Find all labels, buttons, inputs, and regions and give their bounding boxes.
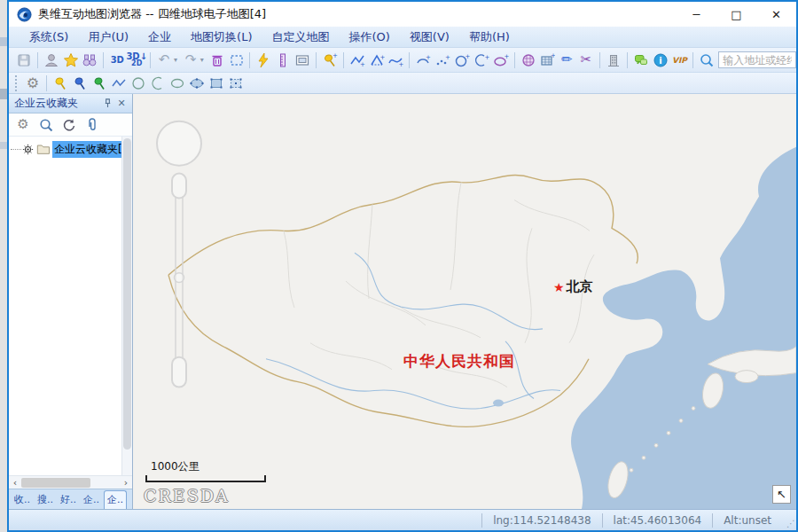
panel-search-icon[interactable] — [37, 116, 55, 134]
arc-outline-icon[interactable] — [148, 74, 168, 93]
menu-help[interactable]: 帮助(H) — [459, 27, 520, 47]
info-icon[interactable]: i — [651, 51, 670, 70]
hscroll-thumb[interactable] — [21, 478, 90, 488]
paperclip-icon[interactable] — [83, 116, 101, 134]
panel-close-icon[interactable]: ✕ — [114, 97, 129, 111]
status-bar: lng:114.52148438 lat:45.46013064 Alt:uns… — [9, 509, 796, 530]
add-arc-icon[interactable]: + — [413, 51, 433, 70]
panel-toolbar: ⚙ — [9, 113, 132, 137]
panel-horizontal-scrollbar[interactable]: ‹ › — [9, 475, 132, 489]
app-window: 奥维互动地图浏览器 -- 四维地球电子地图[4] ─ □ ✕ 系统(S) 用户(… — [7, 0, 798, 532]
redo-icon[interactable]: ↷ — [181, 51, 200, 70]
undo-dropdown-arrow[interactable]: ▾ — [174, 56, 181, 64]
vscroll-thumb[interactable] — [123, 138, 131, 450]
svg-text:+: + — [551, 52, 555, 59]
fullscreen-corner-button[interactable]: ↖ — [772, 485, 791, 504]
search-icon[interactable] — [697, 51, 716, 70]
pin-dock-icon[interactable] — [100, 97, 114, 111]
hscroll-left-arrow[interactable]: ‹ — [9, 477, 21, 489]
mesh-rect-icon[interactable]: + — [537, 51, 557, 70]
pencil-draw-icon[interactable]: ✏ — [557, 51, 576, 70]
blue-pin-icon[interactable] — [70, 74, 90, 93]
address-search-input[interactable] — [718, 51, 796, 68]
marquee-select-icon[interactable] — [227, 51, 246, 70]
map-viewport[interactable]: ★ 北京 中华人民共和国 1000公里 CRESDA ↖ — [133, 94, 796, 509]
toggle-3d-2d-bottom: 2D — [126, 60, 147, 66]
menu-view[interactable]: 视图(V) — [400, 27, 459, 47]
circle-outline-icon[interactable] — [129, 74, 148, 93]
country-label: 中华人民共和国 — [403, 351, 515, 372]
toggle-3d-2d-button[interactable]: 3D↓ 2D — [127, 51, 146, 70]
chat-messages-icon[interactable] — [631, 51, 651, 70]
minimize-button[interactable]: ─ — [677, 2, 716, 27]
mesh-circle-icon[interactable] — [519, 51, 538, 70]
panel-vertical-scrollbar[interactable] — [121, 137, 132, 475]
close-button[interactable]: ✕ — [756, 2, 796, 27]
panel-title: 企业云收藏夹 — [14, 96, 100, 111]
menu-system[interactable]: 系统(S) — [20, 27, 78, 47]
sea-region — [571, 147, 796, 509]
building-icon[interactable] — [604, 51, 623, 70]
tab-favorites[interactable]: 收.. — [12, 491, 33, 509]
ruler-measure-icon[interactable] — [273, 51, 293, 70]
menu-user[interactable]: 用户(U) — [78, 27, 138, 47]
scissors-icon[interactable]: ✂ — [576, 51, 596, 70]
filled-rect-icon[interactable] — [207, 74, 226, 93]
filled-ellipse-icon[interactable] — [187, 74, 207, 93]
view-3d-button[interactable]: 3D — [107, 51, 127, 70]
city-marker-beijing: ★ 北京 — [553, 278, 593, 295]
favorite-star-icon[interactable] — [61, 51, 81, 70]
save-icon[interactable] — [14, 51, 34, 70]
menu-custom-map[interactable]: 自定义地图 — [262, 27, 339, 47]
tab-search[interactable]: 搜.. — [35, 491, 56, 509]
svg-text:+: + — [445, 54, 450, 61]
hscroll-right-arrow[interactable]: › — [120, 477, 132, 489]
yellow-pin-icon[interactable] — [51, 74, 70, 93]
tree-item-label[interactable]: 企业云收藏夹[ — [52, 141, 124, 158]
maximize-button[interactable]: □ — [716, 2, 756, 27]
gear-icon[interactable]: ⚙ — [23, 74, 43, 93]
scale-bar: 1000公里 — [145, 459, 266, 482]
binoculars-search-icon[interactable] — [81, 51, 100, 70]
svg-text:+: + — [379, 54, 385, 61]
add-curve-icon[interactable]: + — [387, 51, 406, 70]
delete-trash-icon[interactable] — [207, 51, 227, 70]
desktop-background-sliver — [0, 0, 7, 532]
resize-grip[interactable]: ⋰ — [782, 510, 796, 530]
refresh-icon[interactable] — [60, 116, 78, 134]
redo-dropdown-arrow[interactable]: ▾ — [200, 56, 207, 64]
toolbar-grip-handle[interactable] — [15, 75, 20, 91]
tree-item-root[interactable]: 企业云收藏夹[ — [9, 140, 132, 158]
add-placemark-icon[interactable]: + — [320, 51, 340, 70]
dashed-rect-icon[interactable] — [226, 74, 246, 93]
ellipse-outline-icon[interactable] — [168, 74, 187, 93]
city-star-icon: ★ — [553, 280, 565, 294]
title-bar: 奥维互动地图浏览器 -- 四维地球电子地图[4] ─ □ ✕ — [9, 2, 796, 27]
tab-enterprise[interactable]: 企.. — [81, 491, 102, 509]
vip-button[interactable]: VIP — [670, 51, 690, 70]
add-ellipse-icon[interactable]: + — [491, 51, 511, 70]
tab-friends[interactable]: 好.. — [58, 491, 79, 509]
menu-enterprise[interactable]: 企业 — [138, 27, 181, 47]
user-icon[interactable] — [42, 51, 61, 70]
image-overlay-icon[interactable] — [293, 51, 312, 70]
add-points-icon[interactable]: + — [433, 51, 452, 70]
menu-operation[interactable]: 操作(O) — [339, 27, 399, 47]
green-pin-icon[interactable] — [90, 74, 109, 93]
add-polyline-icon[interactable]: + — [348, 51, 367, 70]
lightning-icon[interactable] — [254, 51, 273, 70]
national-boundary-south — [168, 275, 589, 426]
lake — [493, 400, 504, 407]
undo-icon[interactable]: ↶ — [154, 51, 174, 70]
add-circle-icon[interactable]: + — [452, 51, 472, 70]
folder-icon — [36, 143, 51, 155]
add-polygon-icon[interactable]: + — [367, 51, 387, 70]
tab-enterprise-cloud[interactable]: 企.. — [104, 490, 127, 509]
menu-map-switch[interactable]: 地图切换(L) — [181, 27, 262, 47]
polyline-icon[interactable] — [109, 74, 129, 93]
svg-text:+: + — [465, 53, 470, 60]
add-arc-segment-icon[interactable]: + — [472, 51, 491, 70]
visibility-eye-icon[interactable] — [21, 143, 35, 156]
menu-bar: 系统(S) 用户(U) 企业 地图切换(L) 自定义地图 操作(O) 视图(V)… — [9, 27, 796, 48]
panel-gear-icon[interactable]: ⚙ — [14, 116, 32, 134]
